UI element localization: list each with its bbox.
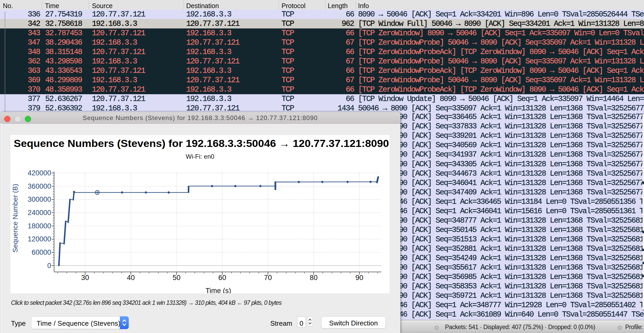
svg-text:80: 80 [310,274,318,282]
svg-text:50: 50 [173,274,180,282]
svg-text:60: 60 [218,274,226,282]
svg-text:Wi-Fi: en0: Wi-Fi: en0 [186,153,214,160]
svg-text:180000: 180000 [28,222,51,230]
svg-text:0: 0 [47,262,51,270]
svg-text:Time (s): Time (s) [206,287,231,293]
svg-text:60000: 60000 [32,248,51,256]
svg-text:Sequence Numbers (Stevens) for: Sequence Numbers (Stevens) for 192.168.3… [14,138,389,149]
svg-text:30: 30 [81,274,89,282]
svg-text:300000: 300000 [28,195,51,203]
svg-text:360000: 360000 [28,182,51,190]
svg-text:90: 90 [355,274,363,282]
svg-text:40: 40 [127,274,135,282]
svg-text:Sequence Number (B): Sequence Number (B) [11,184,19,253]
svg-text:120000: 120000 [28,235,51,243]
svg-text:420000: 420000 [28,169,51,177]
svg-text:70: 70 [264,274,272,282]
svg-text:240000: 240000 [28,209,51,217]
